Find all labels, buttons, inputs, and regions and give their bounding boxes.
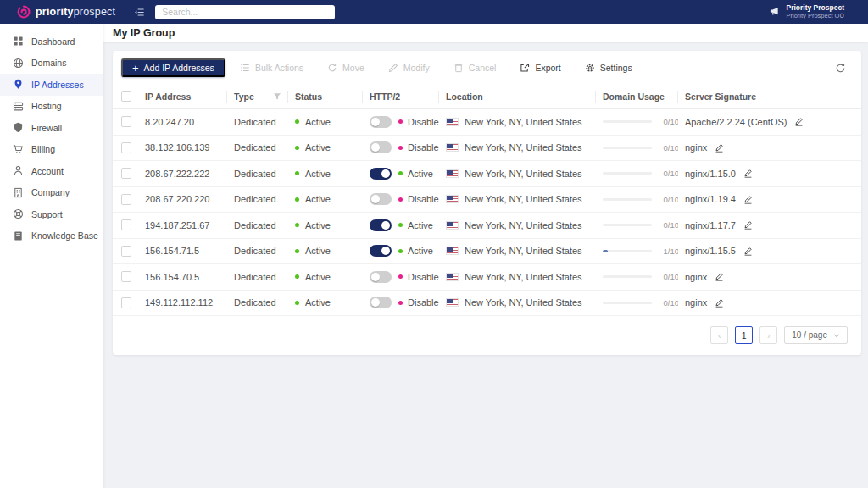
- edit-signature-icon[interactable]: [743, 195, 753, 204]
- table-row: 8.20.247.20 Dedicated Active Disabled Ne…: [113, 109, 861, 136]
- toolbar: +Add IP Addresses Bulk Actions Move Modi…: [113, 51, 861, 84]
- ip-address: 149.112.112.112: [138, 297, 227, 308]
- modify-button[interactable]: Modify: [379, 58, 439, 77]
- edit-signature-icon[interactable]: [715, 143, 724, 152]
- row-checkbox[interactable]: [121, 116, 131, 127]
- brand: priorityprospect: [17, 5, 115, 19]
- server-signature: nginx/1.19.4: [685, 194, 736, 204]
- search-input[interactable]: [155, 5, 335, 19]
- server-signature: Apache/2.2.24 (CentOS): [685, 117, 787, 127]
- chevron-left-icon: ‹: [718, 330, 721, 341]
- status-dot: [295, 119, 299, 124]
- http2-status-dot: [398, 119, 403, 124]
- row-checkbox[interactable]: [121, 297, 131, 308]
- settings-button[interactable]: Settings: [576, 58, 642, 77]
- sidebar-item-label: Knowledge Base: [31, 230, 98, 241]
- edit-signature-icon[interactable]: [715, 298, 724, 308]
- location-label: New York, NY, United States: [465, 142, 582, 152]
- move-button[interactable]: Move: [318, 58, 374, 77]
- sidebar-item-label: IP Addresses: [31, 80, 84, 90]
- http2-label: Active: [408, 169, 433, 179]
- table-row: 38.132.106.139 Dedicated Active Disabled…: [113, 136, 861, 162]
- http2-toggle[interactable]: [370, 245, 392, 257]
- shopping-cart-icon: [13, 144, 24, 155]
- edit-signature-icon[interactable]: [743, 247, 753, 256]
- chevron-right-icon: ›: [767, 330, 771, 341]
- http2-toggle[interactable]: [370, 141, 392, 153]
- domain-usage-count: 0/10: [659, 143, 678, 152]
- sidebar-item-knowledge-base[interactable]: Knowledge Base: [0, 225, 103, 247]
- page-size-select[interactable]: 10 / page: [784, 326, 848, 344]
- server-icon: [13, 101, 24, 112]
- edit-signature-icon[interactable]: [743, 220, 753, 230]
- ip-type: Dedicated: [227, 117, 288, 127]
- us-flag-icon: [446, 118, 459, 126]
- pagination: ‹ 1 › 10 / page: [113, 316, 861, 355]
- status-label: Active: [305, 220, 331, 230]
- ip-address: 194.187.251.67: [138, 220, 227, 230]
- bulk-actions-button[interactable]: Bulk Actions: [231, 58, 313, 77]
- pagination-prev-button[interactable]: ‹: [710, 326, 728, 344]
- status-dot: [295, 301, 299, 305]
- shield-icon: [13, 122, 24, 133]
- export-button[interactable]: Export: [510, 58, 570, 77]
- cancel-button[interactable]: Cancel: [444, 58, 506, 77]
- location-label: New York, NY, United States: [465, 220, 582, 230]
- row-checkbox[interactable]: [121, 194, 131, 205]
- ip-type: Dedicated: [227, 246, 288, 256]
- http2-toggle[interactable]: [370, 168, 392, 180]
- pagination-next-button[interactable]: ›: [760, 326, 777, 344]
- topbar: priorityprospect Priority Prospect Prior…: [0, 0, 868, 24]
- sidebar-item-domains[interactable]: Domains: [0, 53, 103, 75]
- pagination-page-1[interactable]: 1: [735, 326, 753, 344]
- ip-table-card: +Add IP Addresses Bulk Actions Move Modi…: [113, 51, 861, 355]
- edit-signature-icon[interactable]: [794, 117, 804, 126]
- http2-toggle[interactable]: [370, 116, 392, 128]
- page-header: My IP Group: [103, 24, 868, 42]
- chevron-down-icon: [833, 332, 840, 339]
- refresh-icon[interactable]: [835, 63, 846, 74]
- edit-signature-icon[interactable]: [743, 169, 753, 178]
- status-dot: [295, 197, 299, 202]
- row-checkbox[interactable]: [121, 271, 131, 282]
- sidebar-item-account[interactable]: Account: [0, 160, 103, 182]
- sidebar-item-firewall[interactable]: Firewall: [0, 117, 103, 139]
- sidebar-item-billing[interactable]: Billing: [0, 139, 103, 161]
- menu-fold-icon[interactable]: [134, 7, 145, 18]
- http2-toggle[interactable]: [370, 219, 392, 231]
- sidebar-item-ip-addresses[interactable]: IP Addresses: [0, 74, 103, 96]
- sidebar-item-company[interactable]: Company: [0, 182, 103, 204]
- plus-icon: +: [132, 63, 139, 74]
- domain-usage-bar: [603, 172, 652, 175]
- http2-label: Disabled: [408, 117, 439, 127]
- http2-toggle[interactable]: [370, 297, 392, 308]
- edit-signature-icon[interactable]: [715, 272, 724, 281]
- domain-usage-count: 0/10: [659, 220, 678, 230]
- domain-usage-count: 0/10: [659, 298, 678, 308]
- row-checkbox[interactable]: [121, 246, 131, 257]
- status-label: Active: [305, 117, 331, 127]
- row-checkbox[interactable]: [121, 168, 131, 179]
- domain-usage-count: 0/10: [659, 169, 678, 178]
- sidebar-item-support[interactable]: Support: [0, 203, 103, 225]
- account-org: Priority Prospect OÜ: [787, 13, 845, 20]
- megaphone-icon[interactable]: [769, 6, 780, 17]
- row-checkbox[interactable]: [121, 142, 131, 153]
- select-all-checkbox[interactable]: [121, 91, 131, 102]
- http2-toggle[interactable]: [370, 271, 392, 283]
- http2-toggle[interactable]: [370, 193, 392, 205]
- domain-usage-count: 0/10: [659, 195, 678, 204]
- account-menu[interactable]: Priority Prospect Priority Prospect OÜ: [787, 4, 845, 19]
- sidebar-item-label: Hosting: [31, 101, 62, 111]
- filter-funnel-icon[interactable]: [273, 92, 281, 101]
- http2-status-dot: [398, 223, 403, 227]
- row-checkbox[interactable]: [121, 219, 131, 230]
- col-http2: HTTP/2: [363, 84, 439, 108]
- add-ip-addresses-button[interactable]: +Add IP Addresses: [121, 58, 225, 77]
- gear-icon: [585, 63, 595, 73]
- status-dot: [295, 171, 299, 175]
- http2-status-dot: [398, 249, 403, 253]
- http2-status-dot: [398, 146, 403, 150]
- sidebar-item-hosting[interactable]: Hosting: [0, 96, 103, 118]
- sidebar-item-dashboard[interactable]: Dashboard: [0, 30, 103, 53]
